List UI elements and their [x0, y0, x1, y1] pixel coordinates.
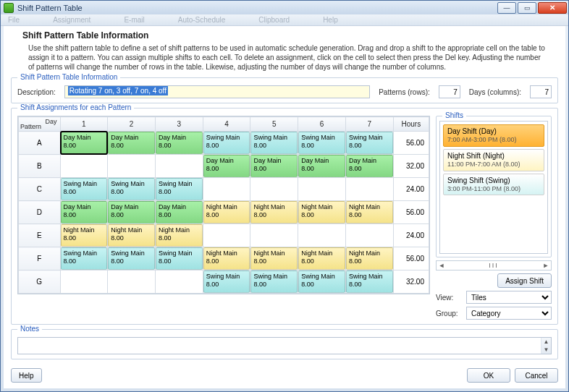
- grid-cell[interactable]: [155, 270, 203, 294]
- shift-block-night[interactable]: Night Main8.00: [156, 224, 203, 247]
- col-header[interactable]: 1: [60, 117, 108, 132]
- shift-block-swing[interactable]: Swing Main8.00: [61, 178, 108, 200]
- minimize-button[interactable]: —: [497, 2, 516, 14]
- shift-block-day[interactable]: Day Main8.00: [108, 132, 155, 154]
- row-header[interactable]: C: [19, 178, 61, 201]
- row-header[interactable]: A: [19, 132, 61, 155]
- shift-block-night[interactable]: Night Main8.00: [346, 247, 393, 270]
- grid-cell[interactable]: [250, 178, 298, 201]
- shift-block-day[interactable]: Day Main8.00: [298, 155, 345, 177]
- grid-cell[interactable]: [298, 224, 346, 247]
- grid-cell[interactable]: [298, 178, 346, 201]
- shift-block-night[interactable]: Night Main8.00: [298, 201, 345, 223]
- group-select[interactable]: Category: [466, 307, 552, 320]
- scroll-left-icon[interactable]: ◄: [437, 262, 447, 269]
- shift-item-night[interactable]: Night Shift (Night)11:00 PM-7:00 AM (8.0…: [443, 149, 544, 171]
- shift-block-swing[interactable]: Swing Main8.00: [346, 132, 393, 154]
- grid-cell[interactable]: [345, 224, 393, 247]
- scroll-up-icon[interactable]: ▲: [544, 338, 549, 345]
- shift-block-swing[interactable]: Swing Main8.00: [108, 178, 155, 200]
- grid-cell[interactable]: [155, 155, 203, 178]
- grid-cell[interactable]: Day Main8.00: [108, 201, 156, 224]
- shift-block-night[interactable]: Night Main8.00: [203, 201, 250, 223]
- menu-item[interactable]: Auto-Schedule: [178, 16, 226, 24]
- grid-cell[interactable]: [203, 224, 250, 247]
- shift-block-swing[interactable]: Swing Main8.00: [250, 270, 298, 293]
- grid-cell[interactable]: Night Main8.00: [108, 224, 156, 247]
- grid-cell[interactable]: Night Main8.00: [250, 201, 298, 224]
- grid-cell[interactable]: Day Main8.00: [345, 155, 393, 178]
- grid-cell[interactable]: Day Main8.00: [60, 132, 108, 155]
- grid-cell[interactable]: Swing Main8.00: [155, 178, 203, 201]
- menu-item[interactable]: File: [8, 16, 20, 24]
- shift-block-swing[interactable]: Swing Main8.00: [250, 132, 298, 154]
- grid-cell[interactable]: Swing Main8.00: [298, 132, 346, 155]
- grid-cell[interactable]: Night Main8.00: [345, 201, 393, 224]
- shift-item-day[interactable]: Day Shift (Day)7:00 AM-3:00 PM (8.00): [443, 124, 544, 147]
- grid-cell[interactable]: Day Main8.00: [155, 201, 203, 224]
- assign-shift-button[interactable]: Assign Shift: [497, 273, 552, 288]
- col-header[interactable]: 7: [345, 117, 393, 132]
- grid-cell[interactable]: Swing Main8.00: [108, 178, 156, 201]
- maximize-button[interactable]: ▭: [518, 2, 536, 14]
- grid-cell[interactable]: [250, 224, 298, 247]
- scroll-track[interactable]: III: [447, 262, 541, 269]
- grid-cell[interactable]: Day Main8.00: [250, 155, 298, 178]
- shift-block-swing[interactable]: Swing Main8.00: [61, 247, 108, 270]
- days-input[interactable]: [530, 85, 552, 98]
- grid-cell[interactable]: Night Main8.00: [298, 201, 346, 224]
- grid-cell[interactable]: Day Main8.00: [60, 201, 108, 224]
- grid-cell[interactable]: Day Main8.00: [108, 132, 156, 155]
- row-header[interactable]: E: [19, 224, 61, 247]
- cancel-button[interactable]: Cancel: [515, 368, 558, 383]
- grid-cell[interactable]: Swing Main8.00: [298, 270, 346, 294]
- grid-cell[interactable]: Swing Main8.00: [155, 247, 203, 270]
- titlebar[interactable]: Shift Pattern Table — ▭ ✕: [1, 1, 568, 14]
- shift-block-swing[interactable]: Swing Main8.00: [108, 247, 155, 270]
- shift-block-day[interactable]: Day Main8.00: [346, 155, 393, 177]
- menu-item[interactable]: E-mail: [124, 16, 144, 24]
- notes-textarea[interactable]: ▲▼: [17, 337, 552, 354]
- grid-cell[interactable]: Night Main8.00: [250, 247, 298, 270]
- grid-cell[interactable]: [203, 178, 250, 201]
- shift-block-day[interactable]: Day Main8.00: [61, 132, 108, 154]
- help-button[interactable]: Help: [11, 368, 42, 383]
- shift-block-swing[interactable]: Swing Main8.00: [298, 132, 345, 154]
- shift-block-night[interactable]: Night Main8.00: [346, 201, 393, 223]
- grid-cell[interactable]: Day Main8.00: [298, 155, 346, 178]
- shift-block-day[interactable]: Day Main8.00: [156, 201, 203, 223]
- shift-block-swing[interactable]: Swing Main8.00: [346, 270, 393, 293]
- grid-cell[interactable]: Swing Main8.00: [203, 132, 250, 155]
- shift-block-swing[interactable]: Swing Main8.00: [203, 132, 250, 154]
- shift-block-day[interactable]: Day Main8.00: [108, 201, 155, 223]
- grid-cell[interactable]: Day Main8.00: [203, 155, 250, 178]
- shifts-scrollbar[interactable]: ◄ III ►: [436, 260, 552, 270]
- grid-cell[interactable]: [60, 270, 108, 294]
- view-select[interactable]: Tiles: [466, 291, 552, 304]
- grid-cell[interactable]: Swing Main8.00: [203, 270, 250, 294]
- description-input[interactable]: Rotating 7 on, 3 off, 7 on, 4 off: [64, 85, 370, 98]
- shift-block-day[interactable]: Day Main8.00: [250, 155, 298, 177]
- pattern-grid[interactable]: DayPattern1234567HoursADay Main8.00Day M…: [17, 116, 430, 294]
- menu-item[interactable]: Help: [323, 16, 338, 24]
- shift-block-swing[interactable]: Swing Main8.00: [298, 270, 345, 293]
- menu-item[interactable]: Assignment: [53, 16, 90, 24]
- patterns-input[interactable]: [439, 85, 460, 98]
- grid-cell[interactable]: Night Main8.00: [155, 224, 203, 247]
- grid-cell[interactable]: Swing Main8.00: [108, 247, 156, 270]
- ok-button[interactable]: OK: [467, 368, 510, 383]
- grid-cell[interactable]: Swing Main8.00: [250, 132, 298, 155]
- row-header[interactable]: G: [19, 270, 61, 294]
- grid-cell[interactable]: Night Main8.00: [298, 247, 346, 270]
- shift-block-night[interactable]: Night Main8.00: [250, 247, 298, 270]
- shift-item-swing[interactable]: Swing Shift (Swing)3:00 PM-11:00 PM (8.0…: [443, 174, 544, 196]
- grid-cell[interactable]: [60, 155, 108, 178]
- grid-cell[interactable]: [108, 270, 156, 294]
- shift-block-night[interactable]: Night Main8.00: [298, 247, 345, 270]
- grid-cell[interactable]: Night Main8.00: [345, 247, 393, 270]
- shift-block-night[interactable]: Night Main8.00: [61, 224, 108, 247]
- shift-block-night[interactable]: Night Main8.00: [250, 201, 298, 223]
- row-header[interactable]: B: [19, 155, 61, 178]
- col-header[interactable]: 5: [250, 117, 298, 132]
- grid-cell[interactable]: Swing Main8.00: [345, 132, 393, 155]
